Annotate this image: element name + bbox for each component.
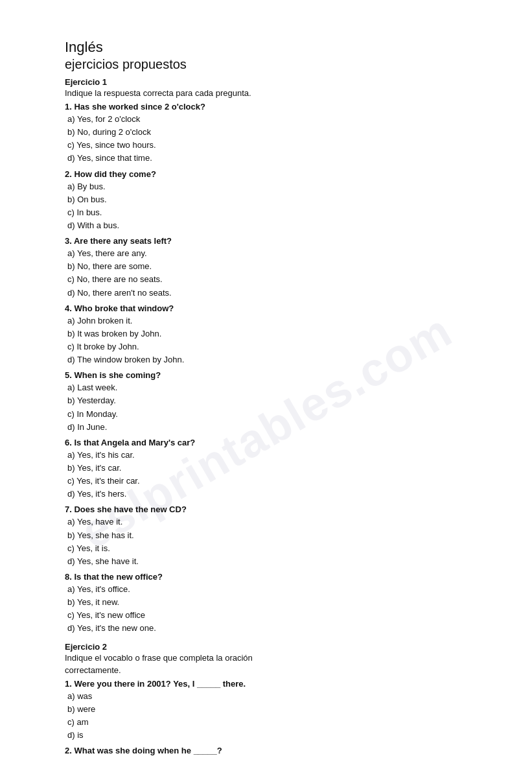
question-text: 3. Are there any seats left? bbox=[65, 236, 480, 246]
option-text: a) Yes, there are any. bbox=[67, 247, 480, 260]
question-text: 1. Has she worked since 2 o'clock? bbox=[65, 102, 480, 112]
option-text: a) John broken it. bbox=[67, 314, 480, 327]
question-text: 5. When is she coming? bbox=[65, 370, 480, 380]
page-subtitle: ejercicios propuestos bbox=[65, 57, 480, 72]
ejercicio1-questions: 1. Has she worked since 2 o'clock?a) Yes… bbox=[65, 102, 480, 635]
option-text: b) Yesterday. bbox=[67, 394, 480, 407]
option-text: a) Yes, for 2 o'clock bbox=[67, 113, 480, 126]
option-text: a) Yes, have it. bbox=[67, 515, 480, 528]
option-text: a) Yes, it's his car. bbox=[67, 449, 480, 462]
page-title: Inglés bbox=[65, 39, 480, 56]
option-text: d) With a bus. bbox=[67, 219, 480, 232]
option-text: c) No, there are no seats. bbox=[67, 273, 480, 286]
ejercicio2-instruction2: correctamente. bbox=[65, 665, 480, 675]
option-text: c) am bbox=[67, 716, 480, 729]
ejercicio2-questions: 1. Were you there in 2001? Yes, I _____ … bbox=[65, 679, 480, 759]
question-block: 1. Has she worked since 2 o'clock?a) Yes… bbox=[65, 102, 480, 165]
question-text: 1. Were you there in 2001? Yes, I _____ … bbox=[65, 679, 480, 689]
option-text: a) was bbox=[67, 690, 480, 703]
option-text: d) Yes, it's hers. bbox=[67, 488, 480, 501]
option-text: d) The window broken by John. bbox=[67, 353, 480, 366]
question-block: 1. Were you there in 2001? Yes, I _____ … bbox=[65, 679, 480, 742]
question-block: 4. Who broke that window?a) John broken … bbox=[65, 303, 480, 367]
question-block: 3. Are there any seats left?a) Yes, ther… bbox=[65, 236, 480, 300]
question-text: 2. What was she doing when he _____? bbox=[65, 746, 480, 755]
question-text: 6. Is that Angela and Mary's car? bbox=[65, 438, 480, 447]
question-block: 7. Does she have the new CD?a) Yes, have… bbox=[65, 504, 480, 568]
option-text: b) were bbox=[67, 703, 480, 716]
option-text: a) Yes, it's office. bbox=[67, 583, 480, 596]
ejercicio2-instruction1: Indique el vocablo o frase que completa … bbox=[65, 653, 480, 663]
question-text: 7. Does she have the new CD? bbox=[65, 504, 480, 514]
question-block: 5. When is she coming?a) Last week.b) Ye… bbox=[65, 370, 480, 434]
option-text: c) In Monday. bbox=[67, 408, 480, 421]
question-block: 2. How did they come?a) By bus.b) On bus… bbox=[65, 169, 480, 233]
question-text: 4. Who broke that window? bbox=[65, 303, 480, 313]
page-content: Inglés ejercicios propuestos Ejercicio 1… bbox=[65, 39, 480, 758]
ejercicio1-title: Ejercicio 1 bbox=[65, 77, 480, 87]
option-text: d) is bbox=[67, 729, 480, 742]
question-block: 2. What was she doing when he _____?a) p… bbox=[65, 746, 480, 758]
question-text: 2. How did they come? bbox=[65, 169, 480, 179]
option-text: b) On bus. bbox=[67, 193, 480, 206]
question-block: 8. Is that the new office?a) Yes, it's o… bbox=[65, 572, 480, 635]
option-text: d) Yes, she have it. bbox=[67, 555, 480, 568]
option-text: b) Yes, it new. bbox=[67, 596, 480, 609]
option-text: b) It was broken by John. bbox=[67, 327, 480, 340]
option-text: a) Last week. bbox=[67, 381, 480, 394]
option-text: c) It broke by John. bbox=[67, 340, 480, 353]
question-block: 6. Is that Angela and Mary's car?a) Yes,… bbox=[65, 438, 480, 501]
option-text: c) Yes, it is. bbox=[67, 542, 480, 555]
option-text: b) No, there are some. bbox=[67, 260, 480, 273]
option-text: c) Yes, it's their car. bbox=[67, 475, 480, 488]
option-text: c) Yes, it's new office bbox=[67, 609, 480, 622]
option-text: d) No, there aren't no seats. bbox=[67, 287, 480, 300]
ejercicio1-instruction: Indique la respuesta correcta para cada … bbox=[65, 88, 480, 98]
option-text: c) Yes, since two hours. bbox=[67, 139, 480, 152]
option-text: c) In bus. bbox=[67, 206, 480, 219]
question-text: 8. Is that the new office? bbox=[65, 572, 480, 582]
option-text: d) Yes, it's the new one. bbox=[67, 622, 480, 635]
option-text: a) By bus. bbox=[67, 180, 480, 193]
ejercicio2-title: Ejercicio 2 bbox=[65, 642, 480, 652]
option-text: b) No, during 2 o'clock bbox=[67, 126, 480, 139]
option-text: d) In June. bbox=[67, 421, 480, 434]
option-text: b) Yes, she has it. bbox=[67, 529, 480, 542]
option-text: d) Yes, since that time. bbox=[67, 152, 480, 165]
option-text: b) Yes, it's car. bbox=[67, 462, 480, 475]
